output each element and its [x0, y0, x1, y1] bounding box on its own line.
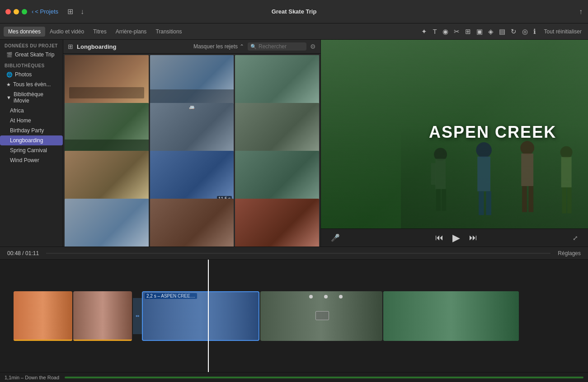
preview-video: ASPEN CREEK	[321, 40, 588, 228]
export-button[interactable]: ↑	[579, 8, 583, 16]
africa-label: Africa	[10, 107, 24, 114]
camera-icon[interactable]: ▣	[476, 28, 483, 36]
sidebar: DONNÉES DU PROJET 🎬 Great Skate Trip BIB…	[0, 40, 63, 247]
svg-rect-14	[561, 157, 571, 187]
media-item[interactable]	[150, 199, 234, 247]
settings-icon[interactable]: ⚙	[310, 43, 316, 50]
search-input[interactable]	[259, 43, 304, 50]
media-grid: 🚐 11,5 s	[63, 54, 320, 247]
preview-panel: ASPEN CREEK	[321, 40, 588, 247]
globe-icon[interactable]: ◎	[522, 28, 528, 36]
media-item[interactable]	[235, 151, 319, 203]
project-name: Great Skate Trip	[15, 51, 54, 58]
photos-label: Photos	[15, 71, 32, 78]
longboarding-label: Longboarding	[10, 137, 43, 144]
media-item[interactable]	[235, 103, 319, 155]
media-item[interactable]	[65, 199, 149, 247]
timeline-header: 00:48 / 01:11 Réglages	[0, 247, 588, 260]
magic-wand-icon[interactable]: ✦	[421, 28, 427, 36]
reset-button[interactable]: Tout réinitialiser	[541, 28, 584, 36]
toolbar: Mes données Audio et vidéo Titres Arrièr…	[0, 23, 588, 40]
filter-button[interactable]: Masquer les rejets ⌃	[193, 43, 244, 50]
playhead[interactable]	[208, 260, 209, 372]
import-arrow-icon[interactable]: ↓	[80, 8, 84, 16]
media-item[interactable]	[65, 55, 149, 107]
media-item[interactable]	[65, 151, 149, 203]
svg-rect-1	[435, 159, 446, 189]
search-box: 🔍	[248, 42, 306, 51]
filter-icon[interactable]: ⊞	[465, 28, 471, 36]
color-icon[interactable]: ◉	[442, 28, 448, 36]
tab-titres[interactable]: Titres	[89, 27, 111, 37]
info-icon[interactable]: ℹ	[533, 28, 536, 36]
text-icon[interactable]: T	[433, 28, 437, 35]
sidebar-item-spring-carnival[interactable]: Spring Carnival	[0, 145, 63, 155]
media-item[interactable]: 🚐	[150, 103, 234, 155]
libraries-section-title: BIBLIOTHÈQUES	[0, 60, 63, 70]
back-button[interactable]: ‹ < Projets	[32, 8, 58, 15]
skip-forward-button[interactable]: ⏭	[469, 233, 477, 242]
film-icon: 🎬	[6, 52, 13, 58]
sidebar-item-imovie-library[interactable]: ▼ Bibliothèque iMovie	[0, 89, 63, 106]
sidebar-item-longboarding[interactable]: Longboarding	[0, 135, 63, 145]
traffic-lights	[5, 9, 27, 14]
chevron-down-icon: ▼	[6, 95, 11, 100]
media-item[interactable]	[235, 199, 319, 247]
filter-label: Masquer les rejets	[193, 43, 238, 50]
microphone-button[interactable]: 🎤	[331, 233, 340, 242]
media-item[interactable]	[65, 103, 149, 155]
media-item[interactable]	[150, 55, 234, 107]
tab-audio-video[interactable]: Audio et vidéo	[45, 27, 89, 37]
photos-icon: 🌐	[6, 72, 13, 78]
status-text: 1,1min – Down the Road	[5, 375, 59, 380]
svg-rect-6	[477, 157, 490, 191]
tab-arriere-plans[interactable]: Arrière-plans	[111, 27, 151, 37]
rotate-icon[interactable]: ↻	[511, 28, 517, 36]
timeline-clips: ⇔ 2,2 s – ASPEN CREE....	[0, 289, 519, 343]
timeline-clip[interactable]	[260, 291, 382, 341]
crop-icon[interactable]: ✂	[454, 28, 460, 36]
chart-icon[interactable]: ▤	[499, 28, 505, 36]
timeline-clip-selected[interactable]: 2,2 s – ASPEN CREE....	[142, 291, 259, 341]
titlebar-tools: ⊞ ↓	[67, 7, 84, 16]
sidebar-item-all-events[interactable]: ★ Tous les évèn...	[0, 79, 63, 89]
sidebar-item-project[interactable]: 🎬 Great Skate Trip	[0, 50, 63, 60]
sidebar-item-photos[interactable]: 🌐 Photos	[0, 70, 63, 79]
audio-icon[interactable]: ◈	[488, 28, 494, 36]
svg-rect-7	[479, 191, 484, 215]
sidebar-item-at-home[interactable]: At Home	[0, 116, 63, 126]
sidebar-item-wind-power[interactable]: Wind Power	[0, 155, 63, 165]
tab-mes-donnees[interactable]: Mes données	[4, 27, 45, 37]
timeline-clip[interactable]	[383, 291, 519, 341]
star-icon: ★	[6, 82, 11, 88]
grid-view-button[interactable]: ⊞	[68, 43, 73, 50]
media-item[interactable]	[235, 55, 319, 107]
minimize-button[interactable]	[14, 9, 19, 14]
media-item[interactable]: 11,5 s	[150, 151, 234, 203]
wind-power-label: Wind Power	[10, 157, 39, 163]
close-button[interactable]	[5, 9, 11, 14]
sidebar-item-birthday-party[interactable]: Birthday Party	[0, 126, 63, 135]
svg-rect-11	[522, 186, 527, 212]
title-bar: ‹ < Projets ⊞ ↓ Great Skate Trip ↑	[0, 0, 588, 23]
toolbar-tabs: Mes données Audio et vidéo Titres Arrièr…	[4, 27, 187, 37]
toolbar-actions: ✦ T ◉ ✂ ⊞ ▣ ◈ ▤ ↻ ◎ ℹ Tout réinitialiser	[421, 28, 584, 36]
fullscreen-button[interactable]	[22, 9, 27, 14]
birthday-party-label: Birthday Party	[10, 127, 44, 134]
svg-rect-10	[521, 154, 533, 186]
svg-rect-3	[436, 189, 441, 211]
timeline-clip[interactable]	[73, 291, 132, 341]
skip-back-button[interactable]: ⏮	[435, 233, 443, 242]
tab-transitions[interactable]: Transitions	[151, 27, 186, 37]
svg-point-13	[560, 146, 573, 158]
browser-panel: ⊞ Longboarding Masquer les rejets ⌃ 🔍 ⚙	[63, 40, 321, 247]
timeline-clip[interactable]	[14, 291, 72, 341]
timeline-settings-button[interactable]: Réglages	[558, 250, 581, 256]
play-button[interactable]: ▶	[452, 232, 460, 244]
import-icon[interactable]: ⊞	[67, 7, 73, 16]
fullscreen-button[interactable]: ⤢	[573, 234, 578, 242]
sidebar-item-africa[interactable]: Africa	[0, 106, 63, 116]
svg-point-9	[520, 141, 534, 155]
browser-header: ⊞ Longboarding Masquer les rejets ⌃ 🔍 ⚙	[63, 40, 320, 54]
back-label: < Projets	[35, 8, 58, 15]
